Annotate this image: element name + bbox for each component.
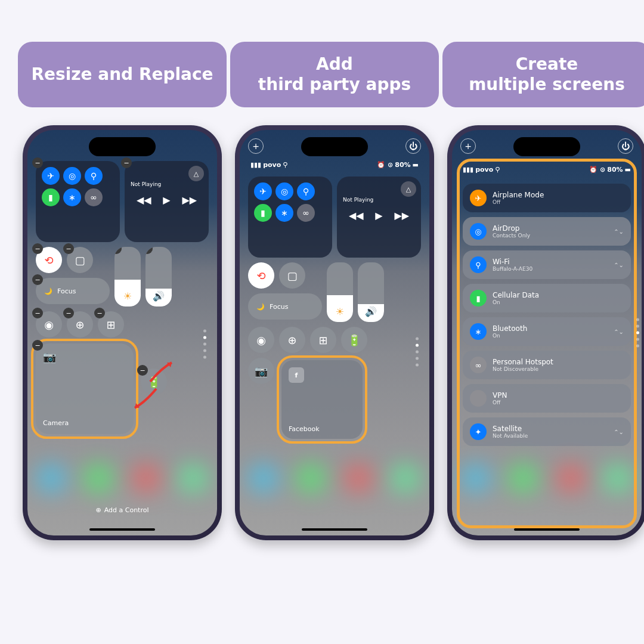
home-indicator[interactable] — [302, 528, 367, 531]
next-icon[interactable]: ▶▶ — [394, 210, 409, 221]
cellular-icon[interactable]: ▮ — [254, 204, 272, 222]
brightness-slider[interactable]: −☀ — [114, 247, 141, 306]
bluetooth-icon[interactable]: ∗ — [275, 204, 293, 222]
list-icon — [470, 390, 487, 407]
chevron-icon: ⌃⌄ — [614, 262, 624, 268]
list-item-airdrop[interactable]: ◎AirDropContacts Only⌃⌄ — [463, 217, 631, 246]
airplay-icon[interactable]: △ — [188, 166, 204, 181]
list-icon: ▮ — [470, 290, 487, 306]
phone-frame-1: − ✈ ◎ ⚲ ▮ ∗ ∞ − △ Not Playing ◀◀▶▶▶ −⟲ −… — [23, 125, 222, 540]
hotspot-icon[interactable]: ∞ — [85, 188, 103, 206]
camera-button[interactable]: 📷 — [248, 358, 274, 384]
rotation-lock-button[interactable]: ⟲ — [248, 262, 274, 289]
rotation-lock-button[interactable]: −⟲ — [36, 247, 62, 273]
airplane-icon[interactable]: ✈ — [42, 167, 60, 185]
prev-icon[interactable]: ◀◀ — [137, 194, 151, 206]
calculator-button[interactable]: ⊞ — [310, 327, 336, 353]
media-tile[interactable]: △ Not Playing ◀◀▶▶▶ — [337, 177, 421, 258]
status-left: ▮▮▮ povo ⚲ — [250, 161, 287, 169]
chevron-icon: ⌃⌄ — [614, 429, 624, 435]
power-button[interactable]: ⏻ — [618, 138, 633, 154]
list-item-cellular-data[interactable]: ▮Cellular DataOn — [463, 284, 631, 312]
brightness-slider[interactable]: ☀ — [327, 262, 353, 322]
airdrop-icon[interactable]: ◎ — [275, 182, 293, 200]
volume-slider[interactable]: −🔊 — [145, 247, 172, 306]
list-item-bluetooth[interactable]: ∗BluetoothOn⌃⌄ — [463, 317, 631, 346]
record-button[interactable]: ◉ — [248, 327, 274, 353]
volume-slider[interactable]: 🔊 — [358, 262, 384, 322]
prev-icon[interactable]: ◀◀ — [349, 210, 364, 221]
magnifier-button[interactable]: −⊕ — [67, 311, 93, 338]
add-button[interactable]: + — [460, 138, 476, 154]
home-indicator[interactable] — [89, 528, 155, 531]
magnifier-button[interactable]: ⊕ — [279, 327, 305, 353]
screen-mirror-button[interactable]: −▢ — [67, 247, 93, 273]
list-item-personal-hotspot[interactable]: ∞Personal HotspotNot Discoverable — [463, 351, 631, 379]
chevron-icon: ⌃⌄ — [614, 329, 624, 335]
badge-multiscreen: Create multiple screens — [442, 42, 644, 107]
phone-frame-2: +⏻ ▮▮▮ povo ⚲⏰ ⊙ 80% ▬ ✈ ◎ ⚲ ▮ ∗ ∞ △ Not… — [235, 125, 434, 540]
chevron-icon: ⌃⌄ — [614, 228, 624, 235]
remove-icon[interactable]: − — [121, 157, 132, 168]
list-item-vpn[interactable]: VPNOff — [463, 384, 631, 413]
swap-arrow-icon — [129, 382, 162, 415]
list-item-wi-fi[interactable]: ⚲Wi-FiBuffalo-A-AE30⌃⌄ — [463, 250, 631, 279]
calculator-button[interactable]: −⊞ — [98, 311, 124, 338]
add-button[interactable]: + — [248, 138, 264, 154]
connectivity-tile[interactable]: ✈ ◎ ⚲ ▮ ∗ ∞ — [248, 177, 332, 258]
add-control-button[interactable]: ⊕ Add a Control — [95, 506, 148, 514]
play-icon[interactable]: ▶ — [375, 210, 382, 221]
list-icon: ✦ — [470, 423, 487, 440]
connectivity-tile[interactable]: − ✈ ◎ ⚲ ▮ ∗ ∞ — [36, 161, 120, 242]
phone-frame-3: +⏻ ▮▮▮ povo ⚲⏰ ⊙ 80% ▬ ✈Airplane ModeOff… — [447, 125, 644, 540]
facebook-highlight: f Facebook — [277, 355, 367, 444]
dynamic-island — [301, 137, 368, 156]
bluetooth-icon[interactable]: ∗ — [63, 188, 81, 206]
record-button[interactable]: −◉ — [36, 311, 62, 338]
list-icon: ∞ — [470, 357, 487, 373]
badge-thirdparty: Add third party apps — [230, 42, 439, 107]
wifi-icon[interactable]: ⚲ — [297, 182, 315, 200]
home-indicator[interactable] — [514, 528, 580, 531]
screen-mirror-button[interactable]: ▢ — [279, 262, 305, 289]
wifi-icon[interactable]: ⚲ — [85, 167, 103, 185]
status-left: ▮▮▮ povo ⚲ — [463, 166, 500, 174]
camera-highlight: − 📷 Camera — [31, 339, 138, 439]
facebook-tile[interactable]: f Facebook — [281, 360, 363, 439]
camera-tile[interactable]: − 📷 Camera — [36, 343, 134, 434]
airdrop-icon[interactable]: ◎ — [63, 167, 81, 185]
media-tile[interactable]: − △ Not Playing ◀◀▶▶▶ — [125, 161, 209, 242]
list-icon: ∗ — [470, 323, 487, 340]
power-button[interactable]: ⏻ — [405, 138, 421, 154]
play-icon[interactable]: ▶ — [163, 194, 170, 206]
remove-icon[interactable]: − — [32, 157, 43, 168]
next-icon[interactable]: ▶▶ — [182, 194, 197, 206]
dynamic-island — [513, 137, 580, 156]
list-icon: ◎ — [470, 223, 487, 240]
list-icon: ⚲ — [470, 256, 487, 273]
dynamic-island — [89, 137, 156, 156]
focus-button[interactable]: 🌙 Focus — [248, 293, 322, 320]
status-right: ⏰ ⊙ 80% ▬ — [377, 161, 419, 169]
focus-button[interactable]: −🌙 Focus — [36, 278, 110, 304]
list-icon: ✈ — [470, 190, 487, 206]
battery-button[interactable]: 🔋 — [341, 327, 367, 353]
airplay-icon[interactable]: △ — [401, 181, 416, 197]
badge-resize: Resize and Replace — [18, 42, 227, 107]
cellular-icon[interactable]: ▮ — [42, 188, 60, 206]
airplane-icon[interactable]: ✈ — [254, 182, 272, 200]
list-item-satellite[interactable]: ✦SatelliteNot Available⌃⌄ — [463, 417, 631, 446]
hotspot-icon[interactable]: ∞ — [297, 204, 315, 222]
list-item-airplane-mode[interactable]: ✈Airplane ModeOff — [463, 184, 631, 212]
status-right: ⏰ ⊙ 80% ▬ — [589, 166, 631, 174]
